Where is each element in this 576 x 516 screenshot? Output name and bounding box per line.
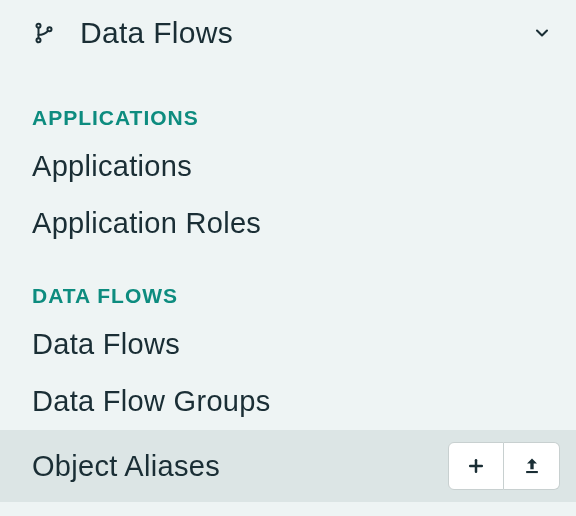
nav-item-applications[interactable]: Applications xyxy=(0,138,576,195)
action-buttons xyxy=(448,442,560,490)
nav-item-label: Object Aliases xyxy=(32,450,448,483)
nav-item-application-roles[interactable]: Application Roles xyxy=(0,195,576,252)
plus-icon xyxy=(466,450,486,483)
nav-item-label: Data Flows xyxy=(32,328,180,360)
nav-item-data-flows[interactable]: Data Flows xyxy=(0,316,576,373)
branch-icon xyxy=(32,21,56,45)
add-button[interactable] xyxy=(448,442,504,490)
section-label-applications: APPLICATIONS xyxy=(0,74,576,138)
nav-item-object-aliases[interactable]: Object Aliases xyxy=(0,430,576,502)
upload-button[interactable] xyxy=(504,442,560,490)
svg-rect-5 xyxy=(526,471,538,473)
nav-item-label: Application Roles xyxy=(32,207,261,239)
nav-item-label: Data Flow Groups xyxy=(32,385,271,417)
nav-item-data-flow-groups[interactable]: Data Flow Groups xyxy=(0,373,576,430)
chevron-down-icon xyxy=(532,23,552,43)
upload-icon xyxy=(522,450,542,483)
nav-header[interactable]: Data Flows xyxy=(0,0,576,74)
section-label-data-flows: DATA FLOWS xyxy=(0,252,576,316)
nav-header-title: Data Flows xyxy=(80,16,508,50)
nav-item-label: Applications xyxy=(32,150,192,182)
